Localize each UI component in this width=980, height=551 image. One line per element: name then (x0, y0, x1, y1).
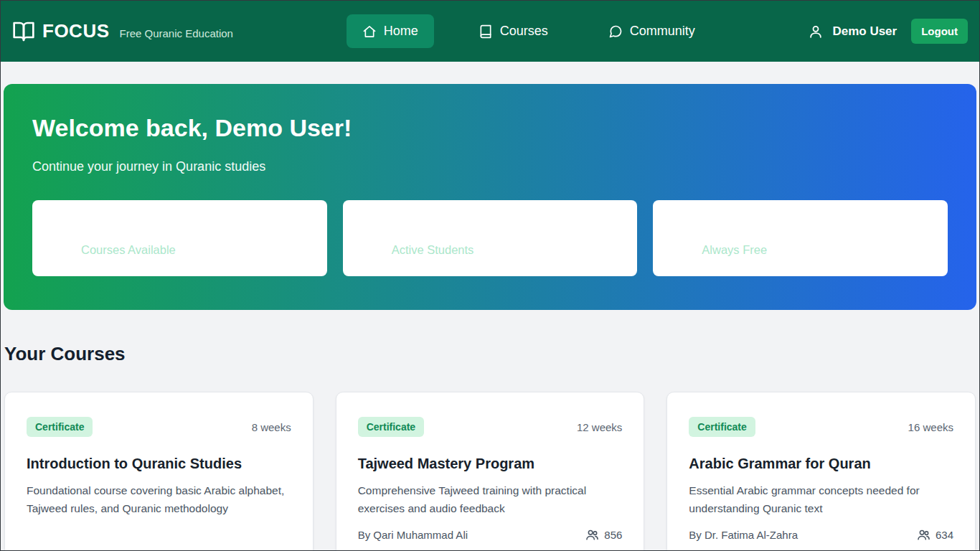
nav-item-community[interactable]: Community (593, 14, 711, 48)
welcome-banner: Welcome back, Demo User! Continue your j… (4, 84, 976, 310)
brand-tagline: Free Quranic Education (120, 27, 233, 39)
book-icon (479, 24, 493, 39)
course-title: Tajweed Mastery Program (358, 456, 623, 472)
logout-button[interactable]: Logout (911, 19, 968, 44)
certificate-badge: Certificate (358, 417, 424, 437)
stat-card-courses-available: Courses Available (32, 200, 327, 276)
certificate-badge: Certificate (689, 417, 755, 437)
nav-item-home[interactable]: Home (347, 14, 434, 48)
course-title: Introduction to Quranic Studies (27, 456, 291, 472)
people-icon (585, 528, 599, 542)
course-title: Arabic Grammar for Quran (689, 456, 953, 472)
students-number: 856 (604, 529, 622, 541)
home-icon (362, 24, 377, 39)
course-card-tajweed-mastery[interactable]: Certificate 12 weeks Tajweed Mastery Pro… (336, 392, 645, 551)
course-card-arabic-grammar[interactable]: Certificate 16 weeks Arabic Grammar for … (666, 392, 976, 551)
stat-card-active-students: Active Students (343, 200, 638, 276)
nav-item-label: Courses (500, 24, 548, 39)
card-footer-row: By Dr. Fatima Al-Zahra 634 (689, 528, 953, 542)
chat-bubble-icon (608, 24, 623, 39)
card-footer-row: By Qari Muhammad Ali 856 (358, 528, 623, 542)
nav-item-label: Community (630, 24, 695, 39)
welcome-title: Welcome back, Demo User! (32, 114, 948, 142)
user-name: Demo User (832, 24, 897, 39)
stat-card-always-free: Always Free (653, 200, 948, 276)
user-area: Demo User Logout (808, 19, 968, 44)
card-header-row: Certificate 16 weeks (689, 417, 953, 437)
students-count: 856 (585, 528, 622, 542)
top-navbar: FOCUS Free Quranic Education Home (1, 1, 979, 62)
students-number: 634 (936, 529, 953, 541)
course-duration: 16 weeks (908, 421, 953, 433)
course-duration: 8 weeks (252, 421, 291, 433)
main-nav: Home Courses Community (347, 14, 711, 48)
user-icon (808, 24, 824, 39)
course-description: Comprehensive Tajweed training with prac… (358, 481, 623, 517)
nav-item-courses[interactable]: Courses (463, 14, 564, 48)
stats-row: Courses Available Active Students Always… (32, 200, 948, 276)
course-grid: Certificate 8 weeks Introduction to Qura… (4, 392, 976, 551)
app-window: FOCUS Free Quranic Education Home (0, 0, 980, 551)
course-duration: 12 weeks (577, 421, 622, 433)
welcome-subtitle: Continue your journey in Quranic studies (32, 159, 948, 174)
stat-label: Courses Available (81, 243, 176, 257)
course-card-intro-quranic-studies[interactable]: Certificate 8 weeks Introduction to Qura… (4, 392, 314, 551)
students-count: 634 (917, 528, 953, 542)
course-author: By Dr. Fatima Al-Zahra (689, 529, 798, 541)
course-author: By Qari Muhammad Ali (358, 529, 468, 541)
brand-name: FOCUS (42, 20, 110, 42)
card-header-row: Certificate 12 weeks (358, 417, 623, 437)
course-description: Foundational course covering basic Arabi… (27, 481, 291, 517)
course-description: Essential Arabic grammar concepts needed… (689, 481, 953, 517)
courses-section-heading: Your Courses (4, 343, 979, 365)
brand: FOCUS Free Quranic Education (12, 20, 249, 43)
people-icon (917, 528, 930, 542)
stat-label: Active Students (392, 243, 474, 257)
stat-label: Always Free (702, 243, 767, 257)
open-book-logo-icon (12, 20, 35, 43)
certificate-badge: Certificate (27, 417, 93, 437)
nav-item-label: Home (384, 24, 418, 39)
card-header-row: Certificate 8 weeks (27, 417, 291, 437)
